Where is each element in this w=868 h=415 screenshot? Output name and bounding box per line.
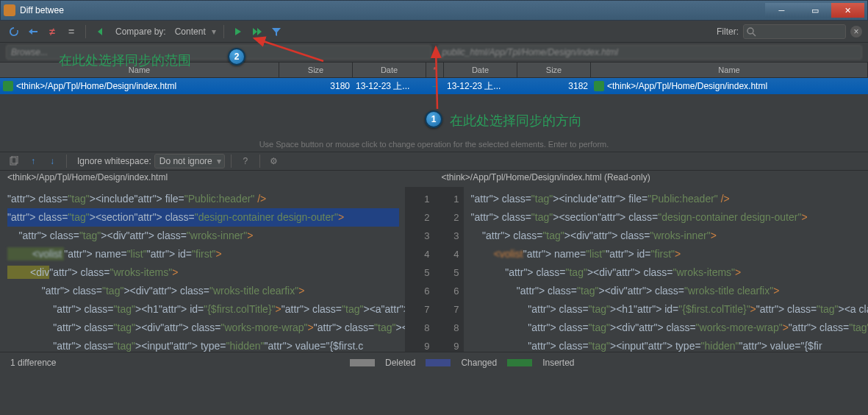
not-equal-button[interactable]: ≠ (44, 24, 60, 40)
status-bar: 1 difference Deleted Changed Inserted (0, 352, 868, 372)
compare-by-select[interactable]: Content (171, 25, 218, 38)
settings-icon[interactable]: ⚙ (266, 153, 282, 169)
diff-count: 1 difference (10, 358, 57, 368)
file-table-header: Name Size Date * Date Size Name (0, 62, 868, 78)
html-file-icon (594, 81, 604, 91)
right-code-pane[interactable]: 123456789 "attr"> class="tag"><include"a… (434, 187, 869, 352)
clear-filter-button[interactable]: × (850, 26, 862, 38)
right-pane-title: <think>/App/Tpl/Home/Design/index.html (… (434, 171, 869, 187)
filter-icon[interactable] (268, 24, 284, 40)
left-path-input[interactable]: Browse... (6, 45, 431, 60)
col-size-left[interactable]: Size (279, 63, 353, 77)
sync-run-all-button[interactable] (249, 24, 265, 40)
legend-inserted-swatch (507, 359, 532, 366)
legend-deleted-swatch (350, 359, 375, 366)
html-file-icon (3, 81, 13, 91)
help-button[interactable]: ? (237, 153, 254, 169)
window-title: Diff betwee (20, 5, 765, 15)
legend-changed: Changed (461, 358, 497, 368)
diff-toolbar: ↑ ↓ Ignore whitespace: Do not ignore ? ⚙ (0, 152, 868, 171)
ignore-whitespace-select[interactable]: Do not ignore (154, 154, 225, 169)
right-file-date: 13-12-23 上... (444, 80, 517, 93)
col-size-right[interactable]: Size (517, 63, 591, 77)
sync-back-button[interactable] (92, 24, 108, 40)
left-file-name: <think>/App/Tpl/Home/Design/index.html (16, 81, 176, 91)
filter-input[interactable] (743, 24, 846, 39)
file-row[interactable]: <think>/App/Tpl/Home/Design/index.html 3… (0, 78, 868, 94)
right-path-input[interactable]: public_html/App/Tpl/Home/Design/index.ht… (437, 45, 863, 60)
left-code-pane[interactable]: "attr"> class="tag"><include"attr"> file… (0, 187, 434, 352)
diff-viewer: "attr"> class="tag"><include"attr"> file… (0, 187, 868, 352)
right-gutter: 123456789 (434, 187, 464, 352)
sync-run-button[interactable] (230, 24, 246, 40)
col-action: * (426, 63, 444, 77)
main-toolbar: ≠ = Compare by: Content Filter: × (0, 21, 868, 43)
svg-line-1 (753, 33, 756, 36)
left-pane-title: <think>/App/Tpl/Home/Design/index.html (0, 171, 434, 187)
prev-diff-button[interactable]: ↑ (25, 153, 41, 169)
hint-text: Use Space button or mouse click to chang… (0, 137, 868, 152)
refresh-button[interactable] (6, 24, 22, 40)
col-name-right[interactable]: Name (591, 63, 868, 77)
compare-by-label: Compare by: (115, 26, 166, 37)
legend-deleted: Deleted (385, 358, 415, 368)
left-gutter: 123456789 (405, 187, 434, 352)
maximize-button[interactable]: ▭ (798, 3, 831, 18)
app-icon (4, 4, 15, 16)
equal-button[interactable]: = (63, 24, 79, 40)
svg-point-0 (747, 28, 753, 34)
next-diff-button[interactable]: ↓ (44, 153, 60, 169)
legend-changed-swatch (426, 359, 451, 366)
left-file-size: 3180 (279, 81, 353, 91)
col-date-right[interactable]: Date (444, 63, 517, 77)
paths-row: Browse... public_html/App/Tpl/Home/Desig… (0, 43, 868, 62)
close-button[interactable]: ✕ (831, 3, 864, 18)
window-titlebar: Diff betwee ─ ▭ ✕ (0, 0, 868, 21)
copy-button[interactable] (6, 153, 22, 169)
filter-label: Filter: (717, 26, 739, 37)
sync-direction-icon[interactable]: → (426, 81, 444, 91)
search-icon (746, 26, 756, 37)
ignore-whitespace-label: Ignore whitespace: (77, 156, 151, 166)
legend-inserted: Inserted (542, 358, 574, 368)
left-file-date: 13-12-23 上... (353, 80, 426, 93)
col-name-left[interactable]: Name (0, 63, 279, 77)
right-file-name: <think>/App/Tpl/Home/Design/index.html (607, 81, 767, 91)
minimize-button[interactable]: ─ (765, 3, 798, 18)
swap-button[interactable] (25, 24, 41, 40)
right-file-size: 3182 (517, 81, 591, 91)
col-date-left[interactable]: Date (353, 63, 426, 77)
file-list-empty (0, 94, 868, 137)
